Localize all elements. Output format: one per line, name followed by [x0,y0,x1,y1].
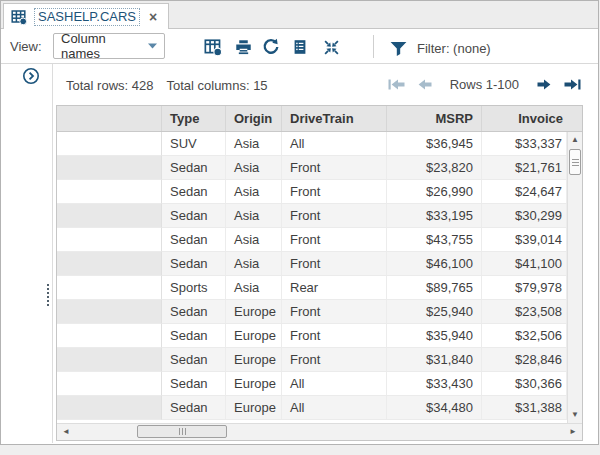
table-cell: Asia [226,252,282,276]
row-select-cell [57,300,162,324]
row-select-cell [57,252,162,276]
table-row[interactable]: SedanAsiaFront$46,100$41,100 [57,252,567,276]
table-cell: Sports [162,276,226,300]
filter-funnel-icon[interactable] [387,37,409,59]
table-cell: Sedan [162,300,226,324]
table-cell: SUV [162,132,226,156]
table-row[interactable]: SedanAsiaFront$43,755$39,014 [57,228,567,252]
column-header-drivetrain[interactable]: DriveTrain [282,106,387,131]
row-select-cell [57,372,162,396]
table-cell: $36,945 [387,132,482,156]
refresh-icon[interactable] [260,36,282,58]
table-cell: $33,195 [387,204,482,228]
row-select-cell [57,348,162,372]
table-cell: Sedan [162,252,226,276]
first-page-button[interactable] [388,79,405,90]
table-viewer-window: SASHELP.CARS × View: Column names [0,0,599,445]
table-cell: Europe [226,300,282,324]
row-select-cell [57,396,162,420]
table-row[interactable]: SedanAsiaFront$23,820$21,761 [57,156,567,180]
next-page-button[interactable] [537,79,551,90]
toolbar: View: Column names [1,29,598,64]
row-select-cell [57,276,162,300]
table-cell: Front [282,228,387,252]
pagination: Rows 1-100 [388,77,581,92]
table-cell: $39,014 [482,228,567,252]
table-cell: Front [282,204,387,228]
table-cell: Asia [226,228,282,252]
table-cell: Sedan [162,180,226,204]
last-page-button[interactable] [564,79,581,90]
tab-sashelp-cars[interactable]: SASHELP.CARS × [3,3,169,30]
total-columns-label: Total columns: 15 [166,78,267,93]
close-icon[interactable]: × [147,10,159,24]
table-cell: Europe [226,324,282,348]
table-cell: $23,820 [387,156,482,180]
table-cell: Sedan [162,372,226,396]
table-cell: Asia [226,276,282,300]
table-cell: All [282,372,387,396]
column-header-msrp[interactable]: MSRP [387,106,482,131]
table-cell: $41,100 [482,252,567,276]
scroll-left-icon[interactable]: ◄ [59,425,73,439]
table-cell: Europe [226,348,282,372]
chevron-down-icon [148,43,157,49]
table-cell: $46,100 [387,252,482,276]
table-cell: Asia [226,132,282,156]
column-header-blank[interactable] [57,106,162,131]
table-cell: $32,506 [482,324,567,348]
table-cell: Front [282,180,387,204]
table-row[interactable]: SedanEuropeAll$33,430$30,366 [57,372,567,396]
column-header-type[interactable]: Type [162,106,226,131]
table-row[interactable]: SedanEuropeFront$31,840$28,846 [57,348,567,372]
view-dropdown-value: Column names [61,31,148,61]
table-cell: All [282,396,387,420]
table-cell: Sedan [162,204,226,228]
table-cell: $30,299 [482,204,567,228]
previous-page-button[interactable] [418,79,432,90]
collapse-view-icon[interactable] [320,36,342,58]
table-cell: Asia [226,156,282,180]
table-cell: $28,846 [482,348,567,372]
table-row[interactable]: SportsAsiaRear$89,765$79,978 [57,276,567,300]
table-cell: $25,940 [387,300,482,324]
expand-panel-button[interactable] [22,67,40,85]
columns-panel-rail [1,64,53,443]
column-header-invoice[interactable]: Invoice [482,106,582,131]
filter-status-label: Filter: (none) [417,41,491,56]
panel-splitter-handle[interactable] [47,284,49,306]
table-cell: Front [282,156,387,180]
view-label: View: [10,39,42,54]
row-select-cell [57,324,162,348]
scroll-down-icon[interactable]: ▼ [568,408,582,422]
table-cell: $35,940 [387,324,482,348]
table-cell: Sedan [162,348,226,372]
scroll-right-icon[interactable]: ► [566,425,580,439]
row-select-cell [57,228,162,252]
table-header-row: Type Origin DriveTrain MSRP Invoice [57,106,582,132]
vertical-scrollbar-thumb[interactable] [569,149,581,175]
table-cell: Front [282,348,387,372]
table-row[interactable]: SedanEuropeAll$34,480$31,388 [57,396,567,420]
table-row[interactable]: SedanAsiaFront$33,195$30,299 [57,204,567,228]
view-dropdown[interactable]: Column names [53,33,165,59]
total-rows-label: Total rows: 428 [66,78,153,93]
table-cell: Front [282,300,387,324]
column-properties-icon[interactable] [289,36,311,58]
table-cell: $23,508 [482,300,567,324]
table-row[interactable]: SedanEuropeFront$35,940$32,506 [57,324,567,348]
horizontal-scrollbar-thumb[interactable] [137,425,227,438]
open-table-icon[interactable] [202,36,224,58]
table-row[interactable]: SedanAsiaFront$26,990$24,647 [57,180,567,204]
table-row[interactable]: SUVAsiaAll$36,945$33,337 [57,132,567,156]
horizontal-scrollbar[interactable]: ◄ ► [57,423,582,440]
print-icon[interactable] [232,36,254,58]
scroll-up-icon[interactable]: ▲ [568,133,582,147]
vertical-scrollbar[interactable]: ▲ ▼ [567,132,582,423]
table-cell: Europe [226,396,282,420]
row-select-cell [57,204,162,228]
table-row[interactable]: SedanEuropeFront$25,940$23,508 [57,300,567,324]
column-header-origin[interactable]: Origin [226,106,282,131]
table-cell: Europe [226,372,282,396]
table-cell: $33,430 [387,372,482,396]
